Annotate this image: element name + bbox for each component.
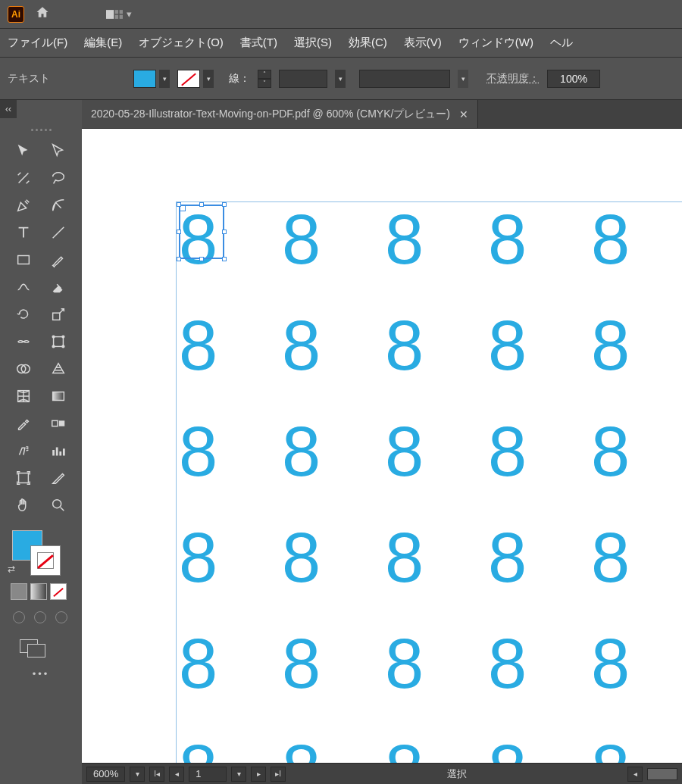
artboard-number-field[interactable]: 1 — [189, 767, 227, 782]
stepper-down-icon[interactable]: ˅ — [258, 79, 271, 88]
text-glyph[interactable]: 8 — [488, 311, 591, 417]
stroke-swatch-none[interactable] — [177, 70, 200, 88]
fill-dropdown-icon[interactable]: ▾ — [159, 70, 170, 88]
color-mode-none[interactable] — [50, 583, 67, 600]
menu-effect[interactable]: 効果(C) — [349, 36, 387, 50]
text-glyph[interactable]: 8 — [488, 735, 591, 763]
close-icon[interactable]: ✕ — [459, 108, 468, 120]
lasso-tool[interactable] — [45, 167, 72, 189]
screen-mode-button[interactable] — [20, 636, 47, 656]
text-glyph[interactable]: 8 — [282, 205, 385, 311]
pen-tool[interactable] — [10, 194, 37, 217]
artboard-tool[interactable] — [10, 467, 37, 489]
stroke-weight-field[interactable] — [279, 70, 327, 88]
type-tool[interactable] — [10, 221, 37, 244]
gradient-tool[interactable] — [45, 385, 72, 408]
text-glyph[interactable]: 8 — [385, 735, 488, 763]
opacity-field[interactable]: 100% — [547, 70, 600, 88]
text-glyph[interactable]: 8 — [488, 629, 591, 735]
stroke-indicator[interactable] — [30, 545, 61, 576]
blend-tool[interactable] — [45, 412, 72, 435]
text-glyph[interactable]: 8 — [488, 417, 591, 523]
selection-tool[interactable] — [10, 139, 37, 162]
panel-grip-icon[interactable] — [6, 129, 76, 135]
next-artboard-icon[interactable]: ▸ — [251, 767, 266, 782]
text-glyph[interactable]: 8 — [385, 629, 488, 735]
text-glyph[interactable]: 8 — [591, 311, 682, 417]
opacity-label[interactable]: 不透明度： — [486, 72, 540, 86]
text-glyph[interactable]: 8 — [385, 311, 488, 417]
stroke-weight-stepper[interactable]: ˄ ˅ — [258, 70, 271, 88]
text-glyph[interactable]: 8 — [488, 205, 591, 311]
slice-tool[interactable] — [45, 467, 72, 489]
rectangle-tool[interactable] — [10, 248, 37, 271]
brush-definition-field[interactable] — [359, 70, 450, 88]
text-glyph[interactable]: 8 — [385, 417, 488, 523]
text-glyph[interactable]: 8 — [282, 417, 385, 523]
scroll-left-icon[interactable]: ◂ — [627, 767, 643, 782]
text-glyph[interactable]: 8 — [282, 523, 385, 629]
text-glyph[interactable]: 8 — [385, 205, 488, 311]
menu-object[interactable]: オブジェクト(O) — [139, 36, 224, 50]
stroke-dropdown-icon[interactable]: ▾ — [203, 70, 214, 88]
magic-wand-tool[interactable] — [10, 167, 37, 189]
panel-collapse-icon[interactable]: ‹‹ — [0, 100, 17, 118]
text-glyph[interactable]: 8 — [282, 735, 385, 763]
text-glyph[interactable]: 8 — [179, 735, 282, 763]
text-glyph[interactable]: 8 — [179, 629, 282, 735]
menu-type[interactable]: 書式(T) — [240, 36, 277, 50]
text-glyph[interactable]: 8 — [385, 523, 488, 629]
text-glyph[interactable]: 8 — [179, 417, 282, 523]
free-transform-tool[interactable] — [45, 330, 72, 353]
text-glyph[interactable]: 8 — [179, 205, 282, 311]
menu-file[interactable]: ファイル(F) — [8, 36, 67, 50]
line-segment-tool[interactable] — [45, 221, 72, 244]
text-glyph[interactable]: 8 — [179, 523, 282, 629]
menu-window[interactable]: ウィンドウ(W) — [458, 36, 533, 50]
mesh-tool[interactable] — [10, 385, 37, 408]
horizontal-scrollbar[interactable] — [647, 768, 677, 780]
direct-selection-tool[interactable] — [45, 139, 72, 162]
document-tab[interactable]: 2020-05-28-Illustrator-Text-Moving-on-PD… — [82, 100, 478, 128]
fill-color-control[interactable]: ▾ — [133, 70, 170, 88]
last-artboard-icon[interactable]: ▸I — [271, 767, 286, 782]
text-glyph[interactable]: 8 — [591, 205, 682, 311]
menu-view[interactable]: 表示(V) — [404, 36, 442, 50]
width-tool[interactable] — [10, 330, 37, 353]
rotate-tool[interactable] — [10, 303, 37, 326]
text-glyph[interactable]: 8 — [591, 629, 682, 735]
zoom-dropdown-icon[interactable]: ▾ — [130, 767, 145, 782]
stepper-up-icon[interactable]: ˄ — [258, 70, 271, 79]
eraser-tool[interactable] — [45, 276, 72, 298]
eyedropper-tool[interactable] — [10, 412, 37, 435]
artboard-dropdown-icon[interactable]: ▾ — [231, 767, 246, 782]
menu-select[interactable]: 選択(S) — [294, 36, 332, 50]
prev-artboard-icon[interactable]: ◂ — [169, 767, 184, 782]
paintbrush-tool[interactable] — [45, 248, 72, 271]
shaper-tool[interactable] — [10, 276, 37, 298]
zoom-field[interactable]: 600% — [86, 767, 125, 782]
first-artboard-icon[interactable]: I◂ — [149, 767, 164, 782]
arrange-documents-button[interactable]: ▾ — [106, 8, 132, 20]
text-glyph[interactable]: 8 — [591, 523, 682, 629]
swap-fill-stroke-icon[interactable]: ⇄ — [8, 564, 15, 574]
canvas[interactable]: 888888888888888888888888888888 — [82, 129, 682, 763]
brush-definition-dropdown-icon[interactable]: ▾ — [458, 70, 468, 88]
draw-inside[interactable] — [53, 609, 70, 626]
perspective-grid-tool[interactable] — [45, 358, 72, 380]
stroke-color-control[interactable]: ▾ — [177, 70, 214, 88]
menu-edit[interactable]: 編集(E) — [84, 36, 122, 50]
curvature-tool[interactable] — [45, 194, 72, 217]
draw-normal[interactable] — [11, 609, 27, 626]
text-glyph[interactable]: 8 — [591, 417, 682, 523]
stroke-weight-dropdown-icon[interactable]: ▾ — [335, 70, 346, 88]
menu-help[interactable]: ヘル — [550, 36, 573, 50]
home-icon[interactable] — [35, 5, 50, 23]
fill-swatch[interactable] — [133, 70, 156, 88]
edit-toolbar-button[interactable]: ••• — [6, 668, 76, 679]
text-glyph[interactable]: 8 — [282, 629, 385, 735]
symbol-sprayer-tool[interactable] — [10, 439, 37, 462]
column-graph-tool[interactable] — [45, 439, 72, 462]
hand-tool[interactable] — [10, 494, 37, 517]
color-mode-gradient[interactable] — [30, 583, 47, 600]
